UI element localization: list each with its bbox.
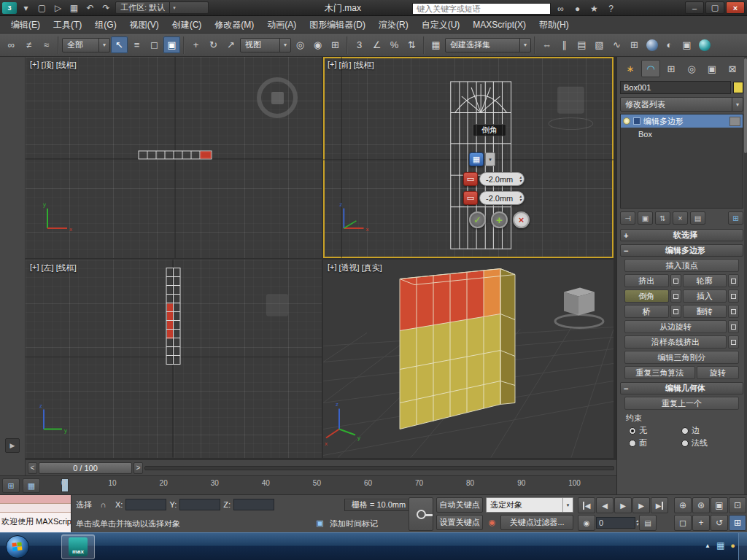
inset-settings-icon[interactable] [728, 289, 739, 303]
zoom-icon[interactable]: ⊕ [674, 497, 692, 513]
time-slider-track[interactable] [144, 466, 614, 470]
render-setup-icon[interactable]: ◐ [661, 36, 678, 53]
add-time-tag[interactable]: 添加时间标记 [330, 518, 378, 529]
menu-rendering[interactable]: 渲染(R) [372, 16, 415, 34]
orbit-icon[interactable]: ↺ [711, 515, 728, 531]
viewport-menu-button[interactable]: [+] [328, 262, 337, 273]
go-to-start-icon[interactable]: ◀ [578, 497, 595, 513]
search-input[interactable] [412, 3, 551, 15]
bridge-button[interactable]: 桥 [624, 305, 669, 318]
edit-triangulation-button[interactable]: 编辑三角剖分 [624, 351, 739, 364]
menu-views[interactable]: 视图(V) [123, 16, 166, 34]
edit-named-selection-sets-icon[interactable]: ▦ [427, 36, 444, 53]
move-icon[interactable]: + [187, 36, 204, 53]
select-and-manipulate-icon[interactable]: ◉ [309, 36, 326, 53]
extrude-button[interactable]: 挤出 [624, 274, 669, 287]
search-icon[interactable]: ∞ [554, 2, 568, 15]
app-menu-arrow-icon[interactable]: ▾ [19, 1, 33, 14]
top-viewport-canvas[interactable]: y x [26, 57, 322, 258]
viewport-view-button[interactable]: [顶] [42, 60, 54, 71]
close-button[interactable]: × [726, 1, 745, 14]
bevel-button[interactable]: 倒角 [624, 289, 669, 303]
repeat-last-button[interactable]: 重复上一个 [624, 397, 739, 410]
viewport-shading-button[interactable]: [真实] [362, 262, 382, 273]
display-tab-icon[interactable]: ▣ [703, 60, 721, 77]
undo-icon[interactable]: ↶ [83, 1, 97, 14]
align-icon[interactable]: ∥ [556, 36, 573, 53]
perspective-viewport-canvas[interactable]: z x y [323, 260, 614, 458]
macro-recorder-strip[interactable] [0, 495, 71, 504]
rendered-frame-icon[interactable]: ▣ [678, 36, 695, 53]
object-color-swatch[interactable] [733, 82, 743, 93]
viewport-view-button[interactable]: [透视] [339, 262, 360, 273]
key-mode-toggle-icon[interactable]: ◉ [578, 515, 595, 531]
bridge-settings-icon[interactable] [670, 305, 681, 318]
viewport-view-button[interactable]: [前] [339, 60, 352, 71]
start-button[interactable] [6, 535, 29, 559]
caddy-cancel-button[interactable]: × [513, 211, 530, 228]
menu-modifiers[interactable]: 修改器(M) [208, 16, 260, 34]
select-object-icon[interactable]: ↖ [111, 36, 128, 53]
x-coordinate-field[interactable] [125, 499, 166, 510]
y-coordinate-field[interactable] [179, 499, 220, 510]
bevel-type-dropdown[interactable]: ▾ [485, 152, 495, 166]
help-icon[interactable]: ? [604, 2, 618, 15]
menu-customize[interactable]: 自定义(U) [415, 16, 467, 34]
keyboard-override-icon[interactable]: ⊞ [327, 36, 344, 53]
modify-tab-icon[interactable]: ◠ [641, 60, 660, 77]
graphite-ribbon-icon[interactable]: ▧ [591, 36, 608, 53]
hinge-from-edge-button[interactable]: 从边旋转 [624, 320, 727, 333]
viewport-menu-button[interactable]: [+] [30, 60, 39, 71]
left-viewport-canvas[interactable]: z y [26, 260, 322, 458]
menu-maxscript[interactable]: MAXScript(X) [466, 16, 533, 34]
maxscript-mini-listener[interactable]: 欢迎使用 MAXScript [0, 495, 71, 533]
object-name-field[interactable] [620, 81, 731, 94]
go-to-end-icon[interactable]: ▶ [651, 497, 668, 513]
set-keys-button[interactable] [409, 497, 433, 531]
rectangular-selection-icon[interactable]: ◻ [146, 36, 163, 53]
use-pivot-center-icon[interactable]: ◎ [292, 36, 309, 53]
viewport-top[interactable]: [+] [顶] [线框] y x [26, 57, 322, 258]
bevel-type-icon[interactable]: ▦ [469, 152, 484, 166]
panel-scrollbar[interactable] [744, 57, 747, 494]
remove-modifier-icon[interactable]: × [673, 211, 688, 225]
bevel-outline-field[interactable]: -2.0mm ▴▾ [479, 191, 525, 205]
zoom-extents-all-icon[interactable]: ⊡ [729, 497, 746, 513]
front-viewport-canvas[interactable]: z x [323, 57, 614, 258]
listener-strip[interactable] [0, 504, 71, 513]
rollout-soft-selection[interactable]: + 软选择 [620, 229, 743, 241]
snap-toggle-icon[interactable]: 3 [351, 36, 368, 53]
next-frame-button[interactable]: ▶ [632, 497, 650, 513]
app-logo-icon[interactable]: 3 [2, 2, 17, 14]
viewport-menu-button[interactable]: [+] [328, 60, 337, 71]
caddy-apply-button[interactable]: + [491, 211, 508, 228]
menu-group[interactable]: 组(G) [88, 16, 123, 34]
viewport-shading-button[interactable]: [线框] [56, 262, 77, 273]
viewport-front[interactable]: [+] [前] [线框] [323, 57, 614, 258]
zoom-all-icon[interactable]: ⊛ [692, 497, 710, 513]
show-end-result-icon[interactable]: ▣ [638, 211, 653, 225]
strip-expand-icon[interactable]: ▶ [5, 438, 20, 453]
modifier-list-dropdown[interactable]: 修改器列表 ▾ [620, 97, 743, 112]
bind-to-spacewarp-icon[interactable]: ≈ [38, 36, 55, 53]
play-button[interactable]: ▶ [614, 497, 632, 513]
menu-tools[interactable]: 工具(T) [47, 16, 88, 34]
outline-button[interactable]: 轮廓 [683, 274, 727, 287]
angle-snap-icon[interactable]: ∠ [368, 36, 385, 53]
time-tag-icon[interactable]: ▣ [314, 517, 326, 529]
previous-frame-icon[interactable]: < [28, 462, 37, 474]
show-desktop-button[interactable] [738, 533, 747, 560]
constraint-edge-radio[interactable]: 边 [681, 425, 734, 436]
new-scene-icon[interactable]: ▢ [35, 1, 49, 14]
crossing-selection-icon[interactable]: ▣ [163, 36, 180, 53]
menu-help[interactable]: 帮助(H) [533, 16, 576, 34]
track-bar[interactable]: ⊞ ▦ 0 10 20 30 40 50 60 70 80 90 100 [0, 475, 616, 494]
extrude-settings-icon[interactable] [670, 274, 681, 287]
configure-modifier-sets-icon[interactable]: ▤ [690, 211, 705, 225]
time-config-icon[interactable]: ▤ [639, 515, 657, 531]
tray-network-icon[interactable]: ▦ [716, 540, 724, 551]
save-file-icon[interactable]: ▦ [67, 1, 81, 14]
constraint-none-radio[interactable]: 无 [629, 425, 681, 436]
reference-coordsys-dropdown[interactable]: 视图 ▾ [240, 38, 291, 52]
constraint-normal-radio[interactable]: 法线 [681, 438, 734, 448]
